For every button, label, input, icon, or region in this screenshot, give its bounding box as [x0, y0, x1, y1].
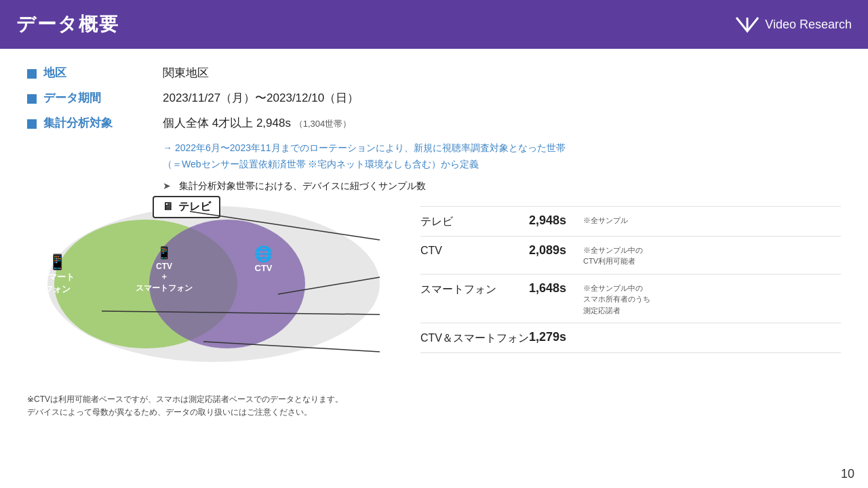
value-region: 関東地区 — [163, 65, 209, 81]
smartphone-icon: 📱 — [39, 253, 75, 271]
ctv-icon: 🌐 — [254, 245, 273, 263]
value-period: 2023/11/27（月）〜2023/12/10（日） — [163, 90, 359, 106]
ctv-label: 🌐 CTV — [254, 245, 273, 273]
bullet-period — [27, 94, 37, 104]
ctv-sp-icon: 📱 — [157, 245, 172, 260]
label-region: 地区 — [27, 65, 163, 81]
data-row-ctv-sp: CTV＆スマートフォン 1,279s — [420, 323, 841, 353]
diagram-section: 🖥 テレビ 📱 スマート フォン 📱 CTV ＋ スマートフォン — [27, 199, 841, 389]
info-row-period: データ期間 2023/11/27（月）〜2023/12/10（日） — [27, 90, 841, 106]
data-row-smartphone: スマートフォン 1,648s ※全サンプル中の スマホ所有者のうち 測定応諾者 — [420, 274, 841, 324]
diagram-area: 🖥 テレビ 📱 スマート フォン 📱 CTV ＋ スマートフォン — [27, 199, 407, 389]
header: データ概要 Video Research — [0, 0, 868, 49]
data-table: テレビ 2,948s ※全サンプル CTV 2,089s ※全サンプル中の CT… — [407, 199, 841, 389]
bullet-region — [27, 69, 37, 79]
logo-area: Video Research — [735, 12, 852, 37]
tv-icon: 🖥 — [162, 201, 173, 213]
main-content: 地区 関東地区 データ期間 2023/11/27（月）〜2023/12/10（日… — [0, 49, 868, 430]
page-number: 10 — [841, 467, 854, 481]
value-target: 個人全体 4才以上 2,948s （1,304世帯） — [163, 115, 351, 131]
label-target: 集計分析対象 — [27, 115, 163, 131]
page-title: データ概要 — [16, 12, 119, 37]
info-row-region: 地区 関東地区 — [27, 65, 841, 81]
vr-logo-icon — [735, 12, 760, 37]
logo-text: Video Research — [765, 18, 852, 32]
label-period: データ期間 — [27, 90, 163, 106]
data-row-tv: テレビ 2,948s ※全サンプル — [420, 206, 841, 237]
footer-line1: ※CTVは利用可能者ベースですが、スマホは測定応諾者ベースでのデータとなります。 — [27, 393, 841, 406]
footer-line2: デバイスによって母数が異なるため、データの取り扱いにはご注意ください。 — [27, 406, 841, 419]
tv-label-box: 🖥 テレビ — [153, 196, 220, 218]
arrow-text-line2: （＝Webセンサー設置依頼済世帯 ※宅内ネット環境なしも含む）から定義 — [163, 157, 841, 173]
data-row-ctv: CTV 2,089s ※全サンプル中の CTV利用可能者 — [420, 237, 841, 274]
arrow-text-line1: → 2022年6月〜2023年11月までのローテーションにより、新規に視聴率調査… — [163, 140, 841, 157]
info-row-target: 集計分析対象 個人全体 4才以上 2,948s （1,304世帯） — [27, 115, 841, 131]
sub-arrow-text: → 2022年6月〜2023年11月までのローテーションにより、新規に視聴率調査… — [163, 140, 841, 173]
ctv-sp-label: 📱 CTV ＋ スマートフォン — [136, 245, 193, 294]
smartphone-label: 📱 スマート フォン — [39, 253, 75, 296]
triangle-icon: ➤ — [163, 180, 171, 191]
triangle-text: ➤ 集計分析対象世帯における、デバイスに紐づくサンプル数 — [163, 180, 841, 192]
page: データ概要 Video Research 地区 関東地区 データ期間 2023/… — [0, 0, 868, 488]
bullet-target — [27, 119, 37, 129]
footer-note: ※CTVは利用可能者ベースですが、スマホは測定応諾者ベースでのデータとなります。… — [27, 393, 841, 419]
